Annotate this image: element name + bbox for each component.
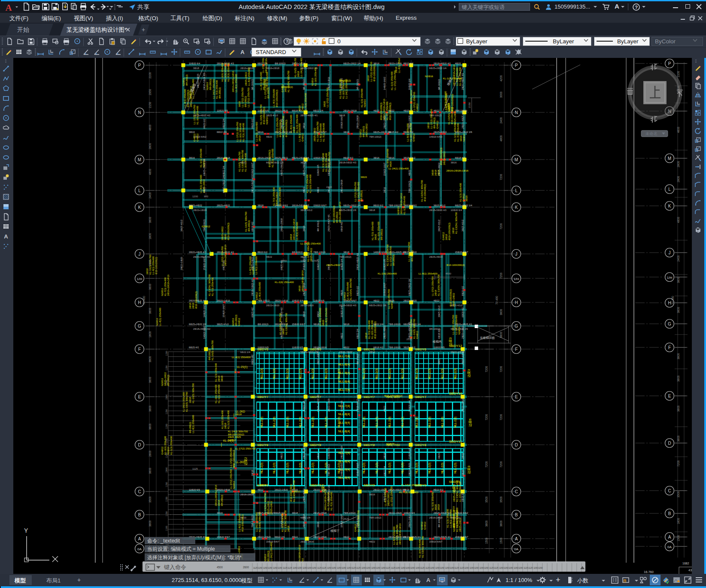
svg-text:2Φ16+2Φ18: 2Φ16+2Φ18 [461,398,464,412]
svg-text:NLL-8(4): NLL-8(4) [338,476,350,479]
svg-text:LL-24(1) 250x400: LL-24(1) 250x400 [270,542,273,562]
svg-text:G4Φ12: G4Φ12 [343,292,346,300]
svg-text:LL-17(2) 250x700: LL-17(2) 250x700 [389,246,392,266]
svg-text:NLL-2(3): NLL-2(3) [273,416,276,428]
svg-text:2Φ20+1Φ16: 2Φ20+1Φ16 [217,488,230,491]
svg-text:2Φ25+2Φ22: 2Φ25+2Φ22 [221,226,224,240]
svg-text:2Φ18: 2Φ18 [367,75,370,81]
svg-text:8Φ20 6/2: 8Φ20 6/2 [251,119,254,129]
svg-text:1150: 1150 [268,567,273,569]
svg-text:3600: 3600 [677,405,680,412]
svg-text:2Φ20+4Φ25 4/1: 2Φ20+4Φ25 4/1 [317,347,319,365]
svg-text:6Φ25+2Φ22 2/6: 6Φ25+2Φ22 2/6 [408,279,411,296]
svg-text:3Φ18: 3Φ18 [303,226,305,232]
svg-text:7Φ8-100(2): 7Φ8-100(2) [388,204,401,207]
svg-text:8Φ20 6/2: 8Φ20 6/2 [433,488,443,491]
svg-text:LL-17(2) 250x700: LL-17(2) 250x700 [430,109,433,129]
svg-text:NLL-2(3): NLL-2(3) [415,416,418,428]
svg-text:NLL-8(4): NLL-8(4) [338,380,350,383]
svg-text:3Φ18: 3Φ18 [292,512,298,514]
svg-text:NLL-2(3): NLL-2(3) [401,462,404,473]
svg-text:G4Φ12: G4Φ12 [301,133,304,142]
svg-text:NLL-2(3): NLL-2(3) [375,368,379,379]
svg-text:14Φ20 6/6/2: 14Φ20 6/6/2 [340,463,343,476]
svg-text:7200: 7200 [500,461,503,467]
svg-text:LL-24(1) 250x400: LL-24(1) 250x400 [212,79,215,99]
svg-text:SBDY8: SBDY8 [310,443,321,447]
svg-text:Φ10-100/200(2): Φ10-100/200(2) [451,107,453,124]
svg-text:7200: 7200 [500,414,503,420]
svg-text:7Φ8-100(2): 7Φ8-100(2) [408,181,411,193]
svg-text:2Φ16+2Φ18: 2Φ16+2Φ18 [313,512,327,514]
svg-text:NLL-2(3): NLL-2(3) [362,462,366,473]
svg-text:1150: 1150 [464,567,469,569]
svg-text:未命名: 未命名 [645,131,658,136]
svg-text:E: E [138,395,141,399]
svg-text:2Φ18: 2Φ18 [445,234,448,240]
svg-text:Φ8-200(2): Φ8-200(2) [244,96,247,107]
svg-text:Φ10-100/200(2): Φ10-100/200(2) [276,90,278,107]
svg-text:KL-16(5) 300x700: KL-16(5) 300x700 [456,508,458,528]
svg-text:4Φ20: 4Φ20 [403,109,409,112]
svg-text:2Φ25+2Φ22: 2Φ25+2Φ22 [443,151,445,165]
svg-text:G4Φ12: G4Φ12 [161,446,164,455]
svg-text:KL-7(3) 250x400: KL-7(3) 250x400 [386,102,388,120]
svg-text:3500: 3500 [485,496,488,503]
svg-text:11Φ20 6/5: 11Φ20 6/5 [327,448,330,459]
svg-text:1200: 1200 [192,195,198,198]
svg-text:SBDY11: SBDY11 [449,440,462,443]
svg-text:2Φ20+1Φ16: 2Φ20+1Φ16 [275,299,288,302]
svg-text:LL-8(1) 250x600: LL-8(1) 250x600 [238,513,241,532]
svg-text:1150: 1150 [366,567,371,569]
svg-text:SBDY7: SBDY7 [257,395,269,399]
svg-text:KL-14(3) 300x700: KL-14(3) 300x700 [228,430,248,433]
svg-text:11Φ20 6/5: 11Φ20 6/5 [303,401,305,412]
svg-text:1600: 1600 [148,331,152,338]
svg-text:2Φ20+4Φ25 4/1: 2Φ20+4Φ25 4/1 [300,114,318,117]
svg-text:KL-2(6) 250x400: KL-2(6) 250x400 [325,153,327,172]
svg-text:2Φ18: 2Φ18 [427,123,430,129]
svg-text:7Φ8-100(2): 7Φ8-100(2) [388,346,401,349]
svg-text:2Φ16+2Φ18: 2Φ16+2Φ18 [280,218,283,232]
svg-text:3Φ25 4/1/2: 3Φ25 4/1/2 [461,220,464,232]
svg-text:选择注释对象或 [放弃(U)/模式(M)]: *取消*: 选择注释对象或 [放弃(U)/模式(M)]: *取消* [147,555,242,561]
svg-text:Φ8-200(2): Φ8-200(2) [360,190,363,202]
svg-text:2Φ20+4Φ25 4/1: 2Φ20+4Φ25 4/1 [461,73,464,90]
svg-text:15Φ20 6/6/7: 15Φ20 6/6/7 [383,163,386,176]
svg-text:2Φ20+4Φ25 4/1: 2Φ20+4Φ25 4/1 [461,112,464,129]
svg-text:N2Φ16: N2Φ16 [167,447,170,455]
svg-text:NLL-2(3): NLL-2(3) [273,462,276,473]
svg-text:1500: 1500 [165,467,168,473]
svg-text:楼梯丁: 楼梯丁 [330,529,339,533]
svg-text:2Φ16+2Φ18+1Φ16: 2Φ16+2Φ18+1Φ16 [446,169,469,172]
svg-text:Φ10-100/200(2): Φ10-100/200(2) [424,184,426,202]
svg-text:N2Φ16: N2Φ16 [182,78,185,86]
svg-text:KL-16(5) 300x700: KL-16(5) 300x700 [192,383,194,403]
svg-text:2Φ20+4Φ25 4/1: 2Φ20+4Φ25 4/1 [455,323,472,326]
svg-text:1150: 1150 [312,567,317,569]
svg-text:6Φ25 4/2: 6Φ25 4/2 [189,346,199,349]
svg-text:KL-13(5A) 300x700: KL-13(5A) 300x700 [421,536,424,558]
svg-text:4800: 4800 [148,169,152,175]
svg-text:3Φ25 4/1/2: 3Φ25 4/1/2 [403,157,415,159]
svg-text:4200: 4200 [500,75,503,81]
svg-text:2Φ18: 2Φ18 [434,290,437,296]
svg-text:4Φ22: 4Φ22 [438,359,440,365]
svg-text:KL-2(6) 250x400: KL-2(6) 250x400 [342,80,345,99]
svg-text:LL-24(1) 250x400: LL-24(1) 250x400 [455,315,458,335]
svg-text:3Φ18: 3Φ18 [258,204,264,207]
svg-text:2Φ16+2Φ18+1Φ16: 2Φ16+2Φ18+1Φ16 [293,219,295,240]
svg-text:N2Φ16: N2Φ16 [161,378,164,386]
svg-text:NLL-2(3): NLL-2(3) [454,416,457,428]
svg-text:KL-13(5A) 300x700: KL-13(5A) 300x700 [208,274,211,296]
svg-text:A: A [5,3,12,12]
svg-text:命令: _textedit: 命令: _textedit [147,538,180,544]
svg-text:KL-2(6) 250x400: KL-2(6) 250x400 [244,153,247,172]
svg-text:7200: 7200 [500,223,503,229]
svg-text:2Φ18: 2Φ18 [282,329,285,335]
svg-text:2Φ16+2Φ18: 2Φ16+2Φ18 [303,514,305,528]
svg-text:14Φ20 6/6/2: 14Φ20 6/6/2 [429,136,442,138]
svg-text:G4Φ12: G4Φ12 [301,103,304,112]
svg-text:4Φ22: 4Φ22 [343,346,349,349]
svg-text:1150: 1150 [258,567,263,569]
